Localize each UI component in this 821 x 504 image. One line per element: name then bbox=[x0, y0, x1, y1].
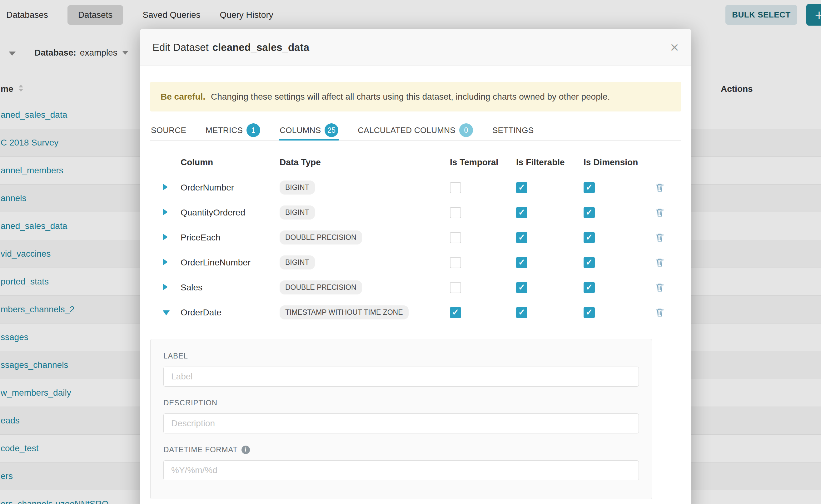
datetime-format-input[interactable] bbox=[163, 460, 639, 480]
close-icon[interactable]: × bbox=[670, 40, 679, 55]
actions-cell bbox=[654, 307, 681, 318]
description-input[interactable] bbox=[163, 413, 639, 433]
collapse-caret-icon[interactable] bbox=[163, 310, 170, 315]
column-name: OrderNumber bbox=[180, 183, 279, 193]
column-name: OrderLineNumber bbox=[180, 258, 279, 268]
expand-caret-icon[interactable] bbox=[163, 284, 168, 290]
datasets-page: DatabasesDatasetsSaved QueriesQuery Hist… bbox=[0, 0, 821, 504]
data-type-cell: DOUBLE PRECISION bbox=[279, 280, 450, 294]
data-type-pill: BIGINT bbox=[279, 205, 315, 220]
is-temporal-checkbox-cell: ✓ bbox=[450, 307, 516, 318]
tab-label: CALCULATED COLUMNS bbox=[358, 126, 456, 135]
is-dimension-checkbox[interactable]: ✓ bbox=[584, 282, 595, 293]
tab-label: COLUMNS bbox=[279, 126, 321, 135]
data-type-pill: BIGINT bbox=[279, 180, 315, 195]
data-type-pill: TIMESTAMP WITHOUT TIME ZONE bbox=[279, 305, 408, 319]
edit-dataset-modal: Edit Datasetcleaned_sales_data × Be care… bbox=[140, 29, 691, 504]
caret-cell bbox=[150, 308, 180, 318]
is-filterable-checkbox-cell: ✓ bbox=[516, 207, 584, 218]
column-row: OrderLineNumberBIGINT✓✓ bbox=[150, 250, 681, 275]
delete-column-icon[interactable] bbox=[655, 182, 665, 193]
tab-columns[interactable]: COLUMNS25 bbox=[279, 120, 339, 140]
actions-cell bbox=[654, 207, 681, 218]
column-name: OrderDate bbox=[180, 308, 279, 318]
delete-column-icon[interactable] bbox=[655, 207, 665, 218]
data-type-cell: TIMESTAMP WITHOUT TIME ZONE bbox=[279, 305, 450, 319]
data-type-cell: BIGINT bbox=[279, 255, 450, 269]
expand-caret-icon[interactable] bbox=[163, 209, 168, 215]
is-temporal-checkbox-cell bbox=[450, 282, 516, 293]
delete-column-icon[interactable] bbox=[655, 257, 665, 268]
is-dimension-checkbox[interactable]: ✓ bbox=[584, 207, 595, 218]
is-dimension-checkbox[interactable]: ✓ bbox=[584, 182, 595, 193]
field-label-text: DATETIME FORMAT bbox=[163, 445, 238, 454]
is-temporal-checkbox[interactable] bbox=[450, 207, 461, 218]
expand-caret-icon[interactable] bbox=[163, 259, 168, 265]
column-row: PriceEachDOUBLE PRECISION✓✓ bbox=[150, 225, 681, 250]
delete-column-icon[interactable] bbox=[655, 282, 665, 293]
is-dimension-checkbox-cell: ✓ bbox=[584, 257, 654, 268]
caret-cell bbox=[150, 233, 180, 243]
modal-title: Edit Datasetcleaned_sales_data bbox=[152, 42, 309, 53]
is-filterable-checkbox[interactable]: ✓ bbox=[516, 232, 527, 243]
is-temporal-checkbox[interactable] bbox=[450, 257, 461, 268]
modal-body: Be careful. Changing these settings will… bbox=[140, 82, 691, 499]
column-name: Sales bbox=[180, 283, 279, 293]
delete-column-icon[interactable] bbox=[655, 232, 665, 243]
expand-caret-icon[interactable] bbox=[163, 234, 168, 240]
delete-column-icon[interactable] bbox=[655, 307, 665, 318]
info-icon[interactable]: i bbox=[241, 446, 250, 454]
data-type-pill: DOUBLE PRECISION bbox=[279, 230, 362, 245]
caret-cell bbox=[150, 258, 180, 268]
tab-calculated-columns[interactable]: CALCULATED COLUMNS0 bbox=[357, 120, 474, 140]
data-type-header: Data Type bbox=[279, 157, 450, 167]
is-dimension-checkbox-cell: ✓ bbox=[584, 207, 654, 218]
is-filterable-checkbox[interactable]: ✓ bbox=[516, 307, 527, 318]
is-temporal-checkbox[interactable] bbox=[450, 232, 461, 243]
is-filterable-checkbox[interactable]: ✓ bbox=[516, 182, 527, 193]
is-filterable-checkbox[interactable]: ✓ bbox=[516, 257, 527, 268]
is-filterable-checkbox-cell: ✓ bbox=[516, 232, 584, 243]
data-type-cell: BIGINT bbox=[279, 180, 450, 195]
actions-cell bbox=[654, 282, 681, 293]
caret-cell bbox=[150, 283, 180, 293]
data-type-pill: DOUBLE PRECISION bbox=[279, 280, 362, 294]
columns-table-header: Column Data Type Is Temporal Is Filterab… bbox=[150, 150, 681, 175]
actions-cell bbox=[654, 182, 681, 193]
is-temporal-checkbox[interactable] bbox=[450, 182, 461, 193]
is-temporal-checkbox-cell bbox=[450, 257, 516, 268]
tab-count-badge: 1 bbox=[246, 123, 260, 137]
is-dimension-checkbox[interactable]: ✓ bbox=[584, 232, 595, 243]
column-detail-panel: LABEL DESCRIPTION DATETIME FORMAT i bbox=[150, 339, 652, 499]
data-type-cell: BIGINT bbox=[279, 205, 450, 220]
data-type-cell: DOUBLE PRECISION bbox=[279, 230, 450, 245]
tab-source[interactable]: SOURCE bbox=[150, 120, 187, 140]
label-field: LABEL bbox=[163, 352, 639, 387]
is-temporal-checkbox[interactable] bbox=[450, 282, 461, 293]
tab-metrics[interactable]: METRICS1 bbox=[205, 120, 261, 140]
column-row: QuantityOrderedBIGINT✓✓ bbox=[150, 200, 681, 225]
description-field-label: DESCRIPTION bbox=[163, 398, 639, 407]
is-temporal-checkbox[interactable]: ✓ bbox=[450, 307, 461, 318]
description-field: DESCRIPTION bbox=[163, 398, 639, 433]
modal-tabs: SOURCEMETRICS1COLUMNS25CALCULATED COLUMN… bbox=[150, 120, 681, 141]
warning-bold: Be careful. bbox=[161, 92, 205, 101]
caret-cell bbox=[150, 208, 180, 218]
column-name: QuantityOrdered bbox=[180, 208, 279, 218]
is-dimension-header: Is Dimension bbox=[584, 157, 654, 167]
is-dimension-checkbox[interactable]: ✓ bbox=[584, 307, 595, 318]
tab-label: SOURCE bbox=[151, 126, 186, 135]
column-header: Column bbox=[180, 157, 279, 167]
tab-settings[interactable]: SETTINGS bbox=[492, 120, 534, 140]
is-filterable-checkbox-cell: ✓ bbox=[516, 257, 584, 268]
label-input[interactable] bbox=[163, 367, 639, 387]
is-dimension-checkbox[interactable]: ✓ bbox=[584, 257, 595, 268]
is-temporal-checkbox-cell bbox=[450, 182, 516, 193]
field-label-text: DESCRIPTION bbox=[163, 398, 217, 407]
modal-header: Edit Datasetcleaned_sales_data × bbox=[140, 29, 691, 66]
is-temporal-checkbox-cell bbox=[450, 232, 516, 243]
actions-cell bbox=[654, 232, 681, 243]
expand-caret-icon[interactable] bbox=[163, 184, 168, 190]
is-filterable-checkbox[interactable]: ✓ bbox=[516, 282, 527, 293]
is-filterable-checkbox[interactable]: ✓ bbox=[516, 207, 527, 218]
